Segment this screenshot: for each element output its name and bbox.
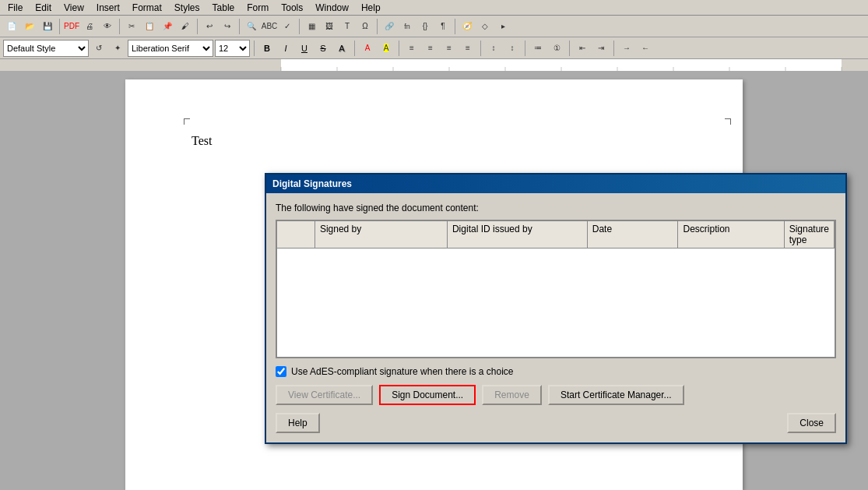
sep1 [59,19,60,34]
corner-tl [184,118,190,125]
save-btn[interactable]: 💾 [39,18,56,35]
menu-table[interactable]: Table [206,1,241,15]
dialog-buttons-row2: Help Close [276,413,836,433]
export-pdf-btn[interactable]: PDF [63,18,80,35]
align-center-btn[interactable]: ≡ [422,40,439,57]
style-refresh-btn[interactable]: ↺ [90,40,107,57]
underline-btn[interactable]: U [296,40,313,57]
digital-signatures-dialog: Digital Signatures The following have si… [265,173,847,444]
menu-help[interactable]: Help [355,1,387,15]
align-right-btn[interactable]: ≡ [441,40,458,57]
open-btn[interactable]: 📂 [21,18,38,35]
navigator-btn[interactable]: 🧭 [459,18,476,35]
signatures-table-body [276,249,835,358]
menubar: File Edit View Insert Format Styles Tabl… [0,0,868,16]
spellcheck-btn[interactable]: ABC [261,18,278,35]
more-btn[interactable]: ▸ [494,18,511,35]
indent-decrease-btn[interactable]: ⇤ [574,40,591,57]
dialog-description: The following have signed the document c… [276,203,836,213]
list-btn[interactable]: ≔ [529,40,546,57]
align-left-btn[interactable]: ≡ [403,40,420,57]
menu-tools[interactable]: Tools [275,1,309,15]
cut-btn[interactable]: ✂ [123,18,140,35]
menu-format[interactable]: Format [126,1,168,15]
corner-tr [725,118,731,125]
sep7 [455,19,455,34]
menu-form[interactable]: Form [241,1,275,15]
print-btn[interactable]: 🖨 [81,18,98,35]
para-spacing-btn[interactable]: ↕ [504,40,521,57]
sign-document-button[interactable]: Sign Document... [379,385,476,405]
bold-btn[interactable]: B [258,40,276,57]
col-index [277,221,315,248]
document-text: Test [192,134,212,148]
remove-button[interactable]: Remove [482,385,542,405]
document-area: Test Digital Signatures The following ha… [0,72,868,490]
style-new-btn[interactable]: ✦ [109,40,126,57]
highlight-btn[interactable]: A [378,40,395,57]
col-digital-id: Digital ID issued by [448,221,588,248]
menu-file[interactable]: File [2,1,29,15]
menu-view[interactable]: View [58,1,90,15]
indent-increase-btn[interactable]: ⇥ [592,40,610,57]
size-dropdown[interactable]: 12 [215,40,250,57]
menu-window[interactable]: Window [309,1,355,15]
ades-checkbox[interactable] [276,366,286,377]
dialog-titlebar: Digital Signatures [266,174,845,193]
line-spacing-btn[interactable]: ↕ [485,40,502,57]
sep5 [299,19,300,34]
preview-btn[interactable]: 👁 [99,18,116,35]
strikethrough-btn[interactable]: S [315,40,332,57]
num-list-btn[interactable]: ① [548,40,565,57]
sep-f4 [480,41,481,56]
justify-btn[interactable]: ≡ [459,40,476,57]
sep4 [239,19,240,34]
ltr-btn[interactable]: → [618,40,635,57]
rtl-btn[interactable]: ← [637,40,654,57]
footnote-btn[interactable]: fn [399,18,416,35]
shapes-btn[interactable]: ◇ [476,18,494,35]
new-btn[interactable]: 📄 [3,18,20,35]
col-signed-by: Signed by [315,221,448,248]
undo-btn[interactable]: ↩ [201,18,218,35]
ades-checkbox-label: Use AdES-compliant signature when there … [291,366,514,377]
find-btn[interactable]: 🔍 [243,18,260,35]
paste-btn[interactable]: 📌 [159,18,176,35]
autocorrect-btn[interactable]: ✓ [279,18,296,35]
toolbar-standard: 📄 📂 💾 PDF 🖨 👁 ✂ 📋 📌 🖌 ↩ ↪ 🔍 ABC ✓ ▦ 🖼 T … [0,16,868,37]
menu-edit[interactable]: Edit [29,1,58,15]
start-cert-manager-button[interactable]: Start Certificate Manager... [548,385,684,405]
textbox-btn[interactable]: T [339,18,356,35]
font-color-btn[interactable]: A [359,40,376,57]
italic-btn[interactable]: I [277,40,294,57]
font-dropdown[interactable]: Liberation Serif [128,40,213,57]
col-description: Description [678,221,784,248]
help-button[interactable]: Help [276,413,320,433]
close-button[interactable]: Close [787,413,836,433]
table-btn[interactable]: ▦ [303,18,320,35]
image-btn[interactable]: 🖼 [321,18,338,35]
sep6 [377,19,378,34]
field-btn[interactable]: {} [416,18,434,35]
menu-insert[interactable]: Insert [90,1,126,15]
ruler [0,59,868,72]
ades-checkbox-row: Use AdES-compliant signature when there … [276,366,836,377]
ruler-content [223,59,868,71]
sep-f5 [525,41,525,56]
shadow-btn[interactable]: A [333,40,350,57]
redo-btn[interactable]: ↪ [219,18,236,35]
clone-btn[interactable]: 🖌 [177,18,194,35]
view-certificate-button[interactable]: View Certificate... [276,385,373,405]
signatures-table-container: Signed by Digital ID issued by Date Desc… [276,220,836,358]
dialog-buttons-row1: View Certificate... Sign Document... Rem… [276,385,836,405]
special-char-btn[interactable]: Ω [357,18,374,35]
col-date: Date [588,221,679,248]
sep-f3 [399,41,399,56]
nonprint-btn[interactable]: ¶ [434,18,452,35]
style-dropdown[interactable]: Default Style [3,40,89,57]
hyperlink-btn[interactable]: 🔗 [381,18,398,35]
toolbar-formatting: Default Style ↺ ✦ Liberation Serif 12 B … [0,37,868,59]
copy-btn[interactable]: 📋 [141,18,158,35]
sep-f6 [569,41,570,56]
menu-styles[interactable]: Styles [168,1,206,15]
